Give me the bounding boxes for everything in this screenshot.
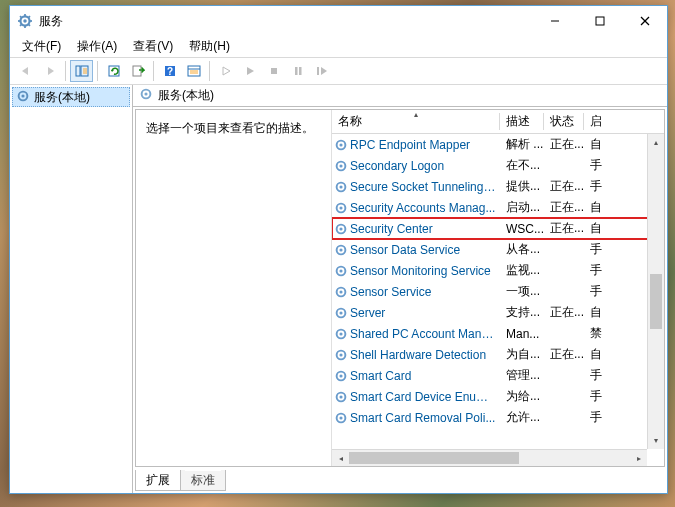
maximize-button[interactable] — [577, 6, 622, 35]
show-hide-tree-button[interactable] — [70, 60, 93, 82]
service-status: 正在... — [544, 136, 584, 153]
service-row[interactable]: Secure Socket Tunneling ...提供...正在...手 — [332, 176, 664, 197]
svg-point-42 — [339, 206, 342, 209]
services-icon — [16, 89, 30, 106]
svg-text:?: ? — [166, 66, 172, 77]
svg-point-40 — [339, 185, 342, 188]
service-icon — [332, 222, 350, 236]
pause-service-button[interactable] — [286, 60, 309, 82]
svg-point-60 — [339, 395, 342, 398]
details-header: 服务(本地) — [133, 85, 667, 107]
restart-service-button[interactable] — [310, 60, 333, 82]
service-startup: 自 — [584, 136, 606, 153]
horizontal-scrollbar[interactable]: ◂ ▸ — [332, 449, 647, 466]
menu-action[interactable]: 操作(A) — [69, 36, 125, 57]
titlebar[interactable]: 服务 — [10, 6, 667, 36]
svg-line-6 — [20, 16, 22, 18]
resume-service-button[interactable] — [238, 60, 261, 82]
menu-help[interactable]: 帮助(H) — [181, 36, 238, 57]
scroll-right-button[interactable]: ▸ — [630, 450, 647, 466]
tab-extended[interactable]: 扩展 — [135, 470, 181, 491]
scroll-thumb-vertical[interactable] — [650, 274, 662, 329]
service-row[interactable]: RPC Endpoint Mapper解析 ...正在...自 — [332, 134, 664, 155]
svg-point-44 — [339, 227, 342, 230]
service-icon — [332, 264, 350, 278]
start-service-button[interactable] — [214, 60, 237, 82]
column-status[interactable]: 状态 — [544, 110, 584, 133]
service-icon — [332, 159, 350, 173]
scroll-left-button[interactable]: ◂ — [332, 451, 349, 467]
service-icon — [332, 369, 350, 383]
service-row[interactable]: Shared PC Account Mana...Man...禁 — [332, 323, 664, 344]
tree-pane[interactable]: 服务(本地) — [10, 85, 133, 493]
column-description[interactable]: 描述 — [500, 110, 544, 133]
close-button[interactable] — [622, 6, 667, 35]
svg-point-1 — [23, 19, 27, 23]
properties-button[interactable] — [182, 60, 205, 82]
service-icon — [332, 180, 350, 194]
refresh-button[interactable] — [102, 60, 125, 82]
svg-rect-28 — [295, 67, 298, 75]
service-row[interactable]: Server支持...正在...自 — [332, 302, 664, 323]
service-row[interactable]: Smart Card管理...手 — [332, 365, 664, 386]
scroll-up-button[interactable]: ▴ — [648, 134, 664, 151]
vertical-scrollbar[interactable]: ▴ ▾ — [647, 134, 664, 449]
service-name: Shared PC Account Mana... — [350, 327, 500, 341]
service-row[interactable]: Security Accounts Manag...启动...正在...自 — [332, 197, 664, 218]
svg-point-36 — [339, 143, 342, 146]
service-row[interactable]: Smart Card Removal Poli...允许...手 — [332, 407, 664, 428]
service-row[interactable]: Sensor Monitoring Service监视...手 — [332, 260, 664, 281]
column-startup[interactable]: 启 — [584, 110, 606, 133]
service-icon — [332, 348, 350, 362]
service-description: 提供... — [500, 178, 544, 195]
service-row[interactable]: Sensor Data Service从各...手 — [332, 239, 664, 260]
svg-point-54 — [339, 332, 342, 335]
tab-standard[interactable]: 标准 — [180, 470, 226, 491]
service-description: 允许... — [500, 409, 544, 426]
toolbar: ? — [10, 57, 667, 85]
svg-point-62 — [339, 416, 342, 419]
client-area: 服务(本地) 服务(本地) 选择一个项目来查看它的描述。 ▴ 名称 — [10, 85, 667, 493]
service-icon — [332, 201, 350, 215]
service-name: RPC Endpoint Mapper — [350, 138, 500, 152]
menu-view[interactable]: 查看(V) — [125, 36, 181, 57]
forward-button[interactable] — [38, 60, 61, 82]
svg-point-50 — [339, 290, 342, 293]
service-description: 监视... — [500, 262, 544, 279]
service-startup: 手 — [584, 283, 606, 300]
svg-rect-27 — [271, 68, 277, 74]
column-name[interactable]: ▴ 名称 — [332, 110, 500, 133]
service-row[interactable]: Sensor Service一项...手 — [332, 281, 664, 302]
service-row[interactable]: Smart Card Device Enum...为给...手 — [332, 386, 664, 407]
service-name: Smart Card — [350, 369, 500, 383]
minimize-button[interactable] — [532, 6, 577, 35]
scroll-thumb-horizontal[interactable] — [349, 452, 519, 464]
service-icon — [332, 411, 350, 425]
service-row[interactable]: Security CenterWSC...正在...自 — [332, 218, 664, 239]
window-title: 服务 — [39, 13, 63, 30]
service-row[interactable]: Shell Hardware Detection为自...正在...自 — [332, 344, 664, 365]
service-startup: 自 — [584, 304, 606, 321]
details-pane: 服务(本地) 选择一个项目来查看它的描述。 ▴ 名称 描述 状态 启 — [133, 85, 667, 493]
svg-line-7 — [28, 24, 30, 26]
export-list-button[interactable] — [126, 60, 149, 82]
services-rows[interactable]: RPC Endpoint Mapper解析 ...正在...自Secondary… — [332, 134, 664, 466]
service-name: Sensor Monitoring Service — [350, 264, 500, 278]
service-status: 正在... — [544, 178, 584, 195]
service-startup: 手 — [584, 262, 606, 279]
tree-root-services-local[interactable]: 服务(本地) — [12, 87, 130, 107]
back-button[interactable] — [14, 60, 37, 82]
service-row[interactable]: Secondary Logon在不...手 — [332, 155, 664, 176]
scroll-down-button[interactable]: ▾ — [648, 432, 664, 449]
svg-point-48 — [339, 269, 342, 272]
service-startup: 自 — [584, 346, 606, 363]
svg-line-9 — [28, 16, 30, 18]
stop-service-button[interactable] — [262, 60, 285, 82]
service-description: 支持... — [500, 304, 544, 321]
menu-file[interactable]: 文件(F) — [14, 36, 69, 57]
help-button[interactable]: ? — [158, 60, 181, 82]
svg-point-32 — [21, 94, 24, 97]
service-startup: 手 — [584, 178, 606, 195]
svg-point-38 — [339, 164, 342, 167]
service-name: Server — [350, 306, 500, 320]
